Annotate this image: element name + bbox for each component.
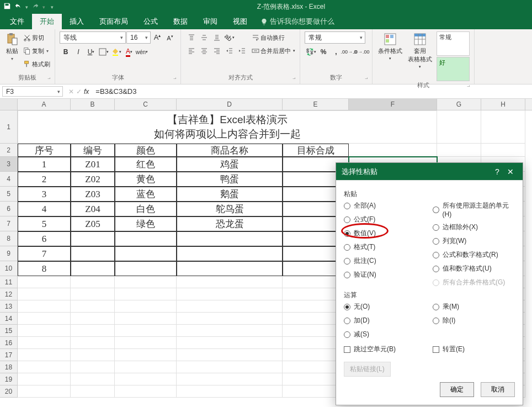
cell-A20[interactable] — [18, 385, 71, 398]
cell-C15[interactable] — [115, 325, 177, 337]
row-header-8[interactable]: 8 — [0, 231, 18, 246]
cell-D16[interactable] — [177, 337, 283, 349]
cell-B20[interactable] — [71, 385, 115, 398]
save-icon[interactable] — [3, 2, 11, 12]
cell-A15[interactable] — [18, 325, 71, 337]
undo-icon[interactable] — [14, 2, 22, 12]
cell-B19[interactable] — [71, 373, 115, 385]
increase-indent-icon[interactable] — [236, 45, 248, 57]
cell-C10[interactable] — [115, 261, 177, 276]
cell-B18[interactable] — [71, 361, 115, 373]
underline-button[interactable]: U▾ — [85, 46, 97, 58]
radio-colwidth[interactable]: 列宽(W) — [433, 236, 515, 246]
cell-D18[interactable] — [177, 361, 283, 373]
cell-D14[interactable] — [177, 313, 283, 325]
radio-mul[interactable]: 乘(M) — [433, 302, 515, 311]
cell-A14[interactable] — [18, 313, 71, 325]
cell-D19[interactable] — [177, 373, 283, 385]
cell-D17[interactable] — [177, 349, 283, 361]
format-table-button[interactable]: 套用 表格格式▾ — [407, 31, 433, 70]
merge-center-button[interactable]: 合并后居中▾ — [252, 45, 295, 57]
select-all-corner[interactable] — [0, 99, 18, 110]
cell-A4[interactable]: 2 — [18, 172, 71, 187]
decrease-decimal-icon[interactable]: .0→.00 — [355, 46, 368, 58]
cell-C4[interactable]: 黄色 — [115, 172, 177, 187]
col-header-C[interactable]: C — [115, 99, 177, 110]
col-header-D[interactable]: D — [177, 99, 283, 110]
name-box[interactable]: F3 — [2, 86, 63, 97]
cell-B6[interactable]: Z04 — [71, 202, 115, 216]
conditional-format-button[interactable]: 条件格式▾ — [377, 31, 403, 62]
accounting-icon[interactable]: 💱▾ — [305, 46, 317, 58]
cell-C5[interactable]: 蓝色 — [115, 187, 177, 202]
cell-B7[interactable]: Z05 — [71, 216, 115, 231]
radio-add[interactable]: 加(D) — [344, 316, 426, 325]
radio-comments[interactable]: 批注(C) — [344, 256, 426, 266]
tab-home[interactable]: 开始 — [32, 14, 62, 29]
cell-C16[interactable] — [115, 337, 177, 349]
cell-B15[interactable] — [71, 325, 115, 337]
align-middle-icon[interactable] — [198, 31, 210, 44]
cut-button[interactable]: 剪切 — [23, 31, 50, 44]
row-header-2[interactable]: 2 — [0, 144, 18, 157]
check-skip-blanks[interactable]: 跳过空单元(B) — [344, 345, 426, 354]
cell-A9[interactable]: 7 — [18, 246, 71, 261]
cell-B8[interactable] — [71, 231, 115, 246]
row-header-7[interactable]: 7 — [0, 216, 18, 231]
cell-A18[interactable] — [18, 361, 71, 373]
row-header-16[interactable]: 16 — [0, 337, 18, 349]
cell-C11[interactable] — [115, 276, 177, 288]
cell-D9[interactable] — [177, 246, 283, 261]
dialog-close-icon[interactable]: ✕ — [504, 167, 517, 176]
check-transpose[interactable]: 转置(E) — [433, 345, 515, 354]
cell-D10[interactable] — [177, 261, 283, 276]
row-header-14[interactable]: 14 — [0, 313, 18, 325]
cell-C7[interactable]: 绿色 — [115, 216, 177, 231]
radio-div[interactable]: 除(I) — [433, 316, 515, 325]
radio-validation[interactable]: 验证(N) — [344, 270, 426, 279]
row-header-17[interactable]: 17 — [0, 349, 18, 361]
row-header-1[interactable]: 1 — [0, 110, 18, 144]
font-name-combo[interactable]: 等线 — [60, 31, 126, 44]
undo-dropdown[interactable]: ▾ — [25, 4, 28, 10]
cell-A13[interactable] — [18, 300, 71, 313]
cell-C12[interactable] — [115, 288, 177, 300]
italic-button[interactable]: I — [72, 46, 84, 58]
decrease-font-icon[interactable]: A▾ — [164, 31, 176, 44]
cell-B11[interactable] — [71, 276, 115, 288]
dialog-help-icon[interactable]: ? — [491, 167, 504, 176]
cell-A6[interactable]: 4 — [18, 202, 71, 216]
paste-button[interactable]: 粘贴 ▾ — [4, 31, 20, 62]
cell-D8[interactable] — [177, 231, 283, 246]
cell-B3[interactable]: Z01 — [71, 157, 115, 172]
radio-none[interactable]: 无(O) — [344, 302, 426, 311]
cell-D3[interactable]: 鸡蛋 — [177, 157, 283, 172]
tab-file[interactable]: 文件 — [2, 14, 32, 29]
row-header-19[interactable]: 19 — [0, 373, 18, 385]
style-good[interactable]: 好 — [437, 57, 470, 81]
cell-D4[interactable]: 鸭蛋 — [177, 172, 283, 187]
cell-D20[interactable] — [177, 385, 283, 398]
align-center-icon[interactable] — [198, 45, 210, 57]
wrap-text-button[interactable]: 自动换行 — [252, 31, 295, 44]
row-header-5[interactable]: 5 — [0, 187, 18, 202]
row-header-15[interactable]: 15 — [0, 325, 18, 337]
row-header-12[interactable]: 12 — [0, 288, 18, 300]
tab-formulas[interactable]: 公式 — [136, 14, 166, 29]
align-right-icon[interactable] — [211, 45, 223, 57]
radio-formulas[interactable]: 公式(F) — [344, 215, 426, 224]
col-header-H[interactable]: H — [481, 99, 525, 110]
cell-D7[interactable]: 恐龙蛋 — [177, 216, 283, 231]
number-format-combo[interactable]: 常规 — [305, 31, 365, 44]
cell-A12[interactable] — [18, 288, 71, 300]
col-header-A[interactable]: A — [18, 99, 71, 110]
cell-D15[interactable] — [177, 325, 283, 337]
cell-C3[interactable]: 红色 — [115, 157, 177, 172]
dialog-titlebar[interactable]: 选择性粘贴 ? ✕ — [336, 163, 523, 181]
cell-B17[interactable] — [71, 349, 115, 361]
col-header-F[interactable]: F — [349, 99, 437, 110]
fill-color-button[interactable]: ▾ — [110, 46, 123, 58]
cancel-formula-icon[interactable]: ✕ — [68, 88, 74, 96]
row-header-4[interactable]: 4 — [0, 172, 18, 187]
tab-insert[interactable]: 插入 — [62, 14, 92, 29]
